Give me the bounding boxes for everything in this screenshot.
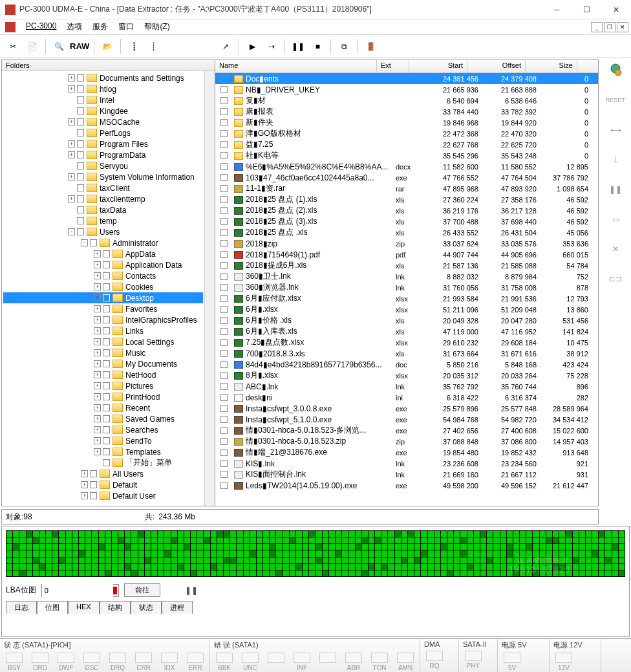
checkbox[interactable] <box>220 163 228 170</box>
checkbox[interactable] <box>77 107 84 114</box>
checkbox[interactable] <box>77 162 84 169</box>
tree-item[interactable]: +Desktop <box>3 292 203 303</box>
checkbox[interactable] <box>103 360 110 367</box>
expand-icon[interactable]: + <box>94 404 101 411</box>
right-db-icon[interactable] <box>605 61 626 80</box>
tree-item[interactable]: Servyou <box>3 160 203 171</box>
tool-play-icon[interactable]: ▶ <box>243 38 261 56</box>
expand-icon[interactable]: + <box>94 305 101 312</box>
expand-icon[interactable]: + <box>94 426 101 433</box>
list-row[interactable]: 康▮报表33 784 44033 782 3920 <box>215 106 598 117</box>
expand-icon[interactable] <box>68 206 75 213</box>
expand-icon[interactable]: + <box>94 371 101 378</box>
tool-step-icon[interactable]: ⇢ <box>262 38 281 56</box>
mdi-restore[interactable]: ❐ <box>604 22 615 32</box>
expand-icon[interactable]: + <box>94 283 101 290</box>
checkbox[interactable] <box>220 185 228 192</box>
tab-进程[interactable]: 进程 <box>162 601 193 614</box>
list-row[interactable]: 8月▮.xlsxxlsx20 035 31220 033 26475 228 <box>215 370 598 381</box>
list-row[interactable]: 103▮47_46cf0ae6cc41024445a8a0...exe47 76… <box>215 172 598 183</box>
list-row[interactable]: KIS▮面控制台.lnklnk21 669 16021 667 112931 <box>215 469 598 480</box>
checkbox[interactable] <box>220 284 228 291</box>
checkbox[interactable] <box>103 437 110 444</box>
checkbox[interactable] <box>103 349 110 356</box>
checkbox[interactable] <box>220 372 228 379</box>
col-size[interactable]: Size <box>526 60 577 72</box>
expand-icon[interactable] <box>68 96 75 103</box>
tree-item[interactable]: Kingdee <box>3 105 203 116</box>
checkbox[interactable] <box>103 250 110 257</box>
menu-2[interactable]: 服务 <box>87 20 113 34</box>
tree-item[interactable]: taxClient <box>3 182 203 193</box>
list-row[interactable]: 2018▮25 盘点 (3).xlsxls37 700 48837 698 44… <box>215 216 598 227</box>
tree-item[interactable]: +PrintHood <box>3 391 203 402</box>
checkbox[interactable] <box>90 481 97 488</box>
list-row[interactable]: 6月▮价格 .xlsxls20 049 32820 047 280531 456 <box>215 315 598 326</box>
checkbox[interactable] <box>77 184 84 191</box>
list-row[interactable]: desk▮niini6 318 4226 316 374282 <box>215 392 598 403</box>
checkbox[interactable] <box>220 141 228 148</box>
maximize-button[interactable]: ☐ <box>572 0 601 19</box>
right-connector-icon[interactable]: ⊏⊐ <box>605 269 626 288</box>
checkbox[interactable] <box>220 350 228 357</box>
list-row[interactable]: 情▮端_21@318676.exeexe19 854 48019 852 432… <box>215 447 598 458</box>
tool-pause-icon[interactable]: ❚❚ <box>289 38 307 56</box>
expand-icon[interactable]: + <box>94 393 101 400</box>
expand-icon[interactable]: + <box>94 360 101 367</box>
menu-1[interactable]: 选项 <box>61 20 87 34</box>
list-row[interactable]: 情▮0301-nbca-5.0.18.523.zipzip37 088 8483… <box>215 436 598 447</box>
checkbox[interactable] <box>103 404 110 411</box>
tool-raw-button[interactable]: RAW <box>69 38 90 56</box>
checkbox[interactable] <box>220 152 228 159</box>
checkbox[interactable] <box>77 173 84 180</box>
list-row[interactable]: Doc▮ents24 381 45624 379 4080 <box>215 73 598 84</box>
checkbox[interactable] <box>103 261 110 268</box>
list-row[interactable]: Insta▮csfwpt_5.1.0.0.exeexe54 984 76854 … <box>215 414 598 425</box>
checkbox[interactable] <box>103 393 110 400</box>
tool-tree2-icon[interactable]: ┊ <box>144 38 162 56</box>
tree-scrollbar[interactable] <box>204 71 215 506</box>
expand-icon[interactable] <box>68 217 75 224</box>
list-row[interactable]: ABC▮.lnklnk35 762 79235 760 744896 <box>215 381 598 392</box>
checkbox[interactable] <box>220 306 228 313</box>
list-row[interactable]: 复▮材6 540 6946 538 6460 <box>215 95 598 106</box>
expand-icon[interactable]: - <box>81 239 88 246</box>
checkbox[interactable] <box>77 74 84 81</box>
expand-icon[interactable]: + <box>68 118 75 125</box>
list-row[interactable]: 社▮K电等35 545 29635 543 2480 <box>215 150 598 161</box>
checkbox[interactable] <box>220 482 228 489</box>
right-reset-icon[interactable]: RESET <box>605 91 626 110</box>
lba-go-button[interactable]: 前往 <box>124 583 160 597</box>
list-row[interactable]: 2018▮7154649(1).pdfpdf44 907 74444 905 6… <box>215 249 598 260</box>
expand-icon[interactable]: + <box>94 316 101 323</box>
tool-search-icon[interactable]: 🔍 <box>50 38 68 56</box>
expand-icon[interactable]: + <box>94 349 101 356</box>
right-pin-icon[interactable]: ⟘ <box>605 150 626 169</box>
list-row[interactable]: 7.25▮盘点数.xlsxxlsx29 610 23229 608 18410 … <box>215 337 598 348</box>
list-row[interactable]: Insta▮csfwpt_3.0.0.8.exeexe25 579 89625 … <box>215 403 598 414</box>
expand-icon[interactable] <box>68 184 75 191</box>
checkbox[interactable] <box>220 460 228 467</box>
right-pause-icon[interactable]: ❚❚ <box>605 180 626 199</box>
expand-icon[interactable]: + <box>81 470 88 477</box>
tree-item[interactable]: +MSOCache <box>3 116 203 127</box>
checkbox[interactable] <box>77 140 84 147</box>
tree-item[interactable]: +Saved Games <box>3 413 203 424</box>
list-row[interactable]: Leds▮TW2014(14.05.19.00).exeexe49 598 20… <box>215 480 598 491</box>
list-row[interactable]: 6月▮应付款.xlsxxlsx21 993 58421 991 53612 79… <box>215 293 598 304</box>
list-row[interactable]: 2018▮25 盘点 .xlsxls26 433 55226 431 50445… <box>215 227 598 238</box>
list-row[interactable]: 2018▮25 盘点 (1).xlsxls27 360 22427 358 17… <box>215 194 598 205</box>
expand-icon[interactable]: + <box>94 272 101 279</box>
checkbox[interactable] <box>220 295 228 302</box>
checkbox[interactable] <box>103 382 110 389</box>
file-list[interactable]: Doc▮ents24 381 45624 379 4080NB▮_DRIVER_… <box>215 73 598 506</box>
checkbox[interactable] <box>220 471 228 478</box>
list-row[interactable]: 情▮0301-nbca-5.0.18.523-多浏览...exe27 402 6… <box>215 425 598 436</box>
list-row[interactable]: 6月▮入库表.xlsxls47 119 00047 116 952141 824 <box>215 326 598 337</box>
checkbox[interactable] <box>220 130 228 137</box>
tool-tree1-icon[interactable]: ┋ <box>125 38 143 56</box>
tool-stop-icon[interactable]: ■ <box>308 38 326 56</box>
checkbox[interactable] <box>220 108 228 115</box>
checkbox[interactable] <box>220 229 228 236</box>
expand-icon[interactable] <box>68 162 75 169</box>
